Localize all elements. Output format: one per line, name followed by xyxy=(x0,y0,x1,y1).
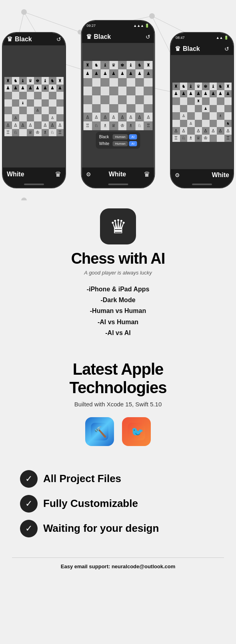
check-circle-3: ✓ xyxy=(20,520,38,537)
check-text-3: Waiting for your design xyxy=(43,522,159,535)
right-phone-gear-icon: ⚙ xyxy=(175,172,180,178)
app-subtitle: A good player is always lucky xyxy=(84,270,152,276)
checkmark-3: ✓ xyxy=(25,523,32,534)
white-human-btn[interactable]: Human xyxy=(113,141,128,146)
center-phone-status: 09:27 ▲▲▲ 🔋 xyxy=(82,21,154,30)
phone-left: ♛ Black ↺ ♜♞♝♛♚♝♞♜ ♟♟♟♟♟♟♟♟ ♝ ♙ ♙♙ ♙♙♙♙♙… xyxy=(2,32,66,188)
feature-ai-vs-ai: -AI vs AI xyxy=(87,327,150,338)
black-human-btn[interactable]: Human xyxy=(113,134,128,139)
center-phone-board: ♜♞♝♛♚♝♞♜ ♟♟♟♟♟♟♟♟ ♙♙♙♙♙♙♙♙ ♖♘♗♕♔♗♘♖ Blac… xyxy=(82,43,154,168)
phone-center: 09:27 ▲▲▲ 🔋 ♛ Black ↺ ♜♞♝♛♚♝♞♜ ♟♟♟♟♟♟♟♟ xyxy=(81,20,155,188)
left-phone-refresh-icon: ↺ xyxy=(56,36,61,42)
feature-human-vs-human: -Human vs Human xyxy=(87,305,150,316)
left-phone-header: ♛ Black ↺ xyxy=(3,33,65,46)
check-circle-1: ✓ xyxy=(20,470,38,488)
tech-icons-group: 🔨 🐦 xyxy=(85,417,151,446)
right-phone-header: ♛ Black ↺ xyxy=(171,42,233,55)
phones-section: ♛ Black ↺ ♜♞♝♛♚♝♞♜ ♟♟♟♟♟♟♟♟ ♝ ♙ ♙♙ ♙♙♙♙♙… xyxy=(0,0,236,200)
right-phone-footer: ⚙ White xyxy=(171,169,233,181)
features-list: -iPhone & iPad Apps -Dark Mode -Human vs… xyxy=(87,284,150,338)
center-phone-gear-icon: ⚙ xyxy=(86,171,91,178)
center-phone-queen-icon: ♛ xyxy=(144,170,150,179)
email-support-text: Easy email support: neuralcode@outlook.c… xyxy=(12,563,224,569)
right-phone-refresh-icon: ↺ xyxy=(224,46,229,52)
checkmark-1: ✓ xyxy=(25,474,32,484)
player-selection-panel: Black Human AI White Human AI xyxy=(96,132,140,149)
check-item-1: ✓ All Project Files xyxy=(20,470,216,488)
right-phone-status: 08:47 ▲▲ 🔋 xyxy=(171,33,233,42)
left-phone-footer: White ♛ xyxy=(3,168,65,181)
feature-dark-mode: -Dark Mode xyxy=(87,295,150,305)
check-circle-2: ✓ xyxy=(20,495,38,513)
phone-right: 08:47 ▲▲ 🔋 ♛ Black ↺ ♜♞♝♛♚♝♞♜ ♟♟♟♟♟♟♟♟ ♜… xyxy=(170,32,234,188)
checkmark-2: ✓ xyxy=(25,499,32,509)
center-phone-refresh-icon: ↺ xyxy=(146,34,150,40)
feature-iphone-ipad: -iPhone & iPad Apps xyxy=(87,284,150,295)
xcode-icon: 🔨 xyxy=(85,417,114,446)
email-footer: Easy email support: neuralcode@outlook.c… xyxy=(12,557,224,575)
swift-icon: 🐦 xyxy=(122,417,151,446)
app-title: Chess with AI xyxy=(71,250,165,267)
app-icon-chess-symbol: ♛ xyxy=(110,215,127,238)
left-phone-queen-icon: ♛ xyxy=(55,170,61,179)
left-phone-black-label: ♛ Black xyxy=(7,35,32,43)
check-item-3: ✓ Waiting for your design xyxy=(20,520,216,537)
black-ai-btn[interactable]: AI xyxy=(129,134,137,139)
center-phone-header: ♛ Black ↺ xyxy=(82,30,154,43)
check-item-2: ✓ Fully Customizable xyxy=(20,495,216,513)
app-icon: ♛ xyxy=(100,208,136,244)
feature-ai-vs-human: -AI vs Human xyxy=(87,317,150,327)
white-ai-btn[interactable]: AI xyxy=(129,141,137,146)
check-text-1: All Project Files xyxy=(43,472,121,485)
svg-text:🐦: 🐦 xyxy=(131,426,144,438)
check-text-2: Fully Customizable xyxy=(43,497,138,510)
left-phone-board: ♜♞♝♛♚♝♞♜ ♟♟♟♟♟♟♟♟ ♝ ♙ ♙♙ ♙♙♙♙♙♙♙ ♖♘♕♔♗♘♖ xyxy=(3,46,65,168)
tech-subtitle: Builted with Xcode 15, Swift 5.10 xyxy=(74,401,162,408)
checklist-section: ✓ All Project Files ✓ Fully Customizable… xyxy=(12,462,224,545)
center-phone-footer: ⚙ White ♛ xyxy=(82,168,154,181)
content-section: ♛ Chess with AI A good player is always … xyxy=(0,200,236,583)
svg-text:🔨: 🔨 xyxy=(94,426,107,438)
tech-section-title: Latest Apple Technologies xyxy=(70,360,167,397)
right-phone-board: ♜♞♝♛♚♝♞♜ ♟♟♟♟♟♟♟♟ ♜ ♟ ♙♗ ♙♞ ♙♙♙♙♙♙♙ ♖♘♗♕… xyxy=(171,55,233,169)
